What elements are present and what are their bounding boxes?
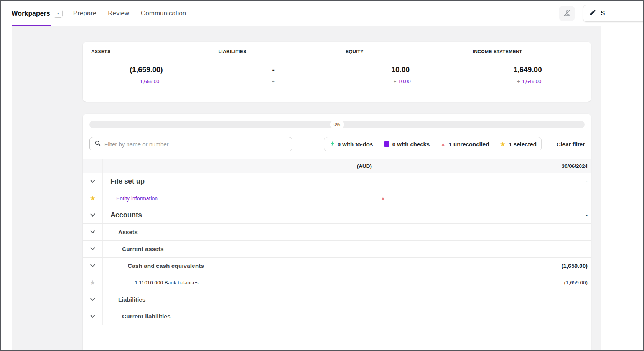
row-name: File set up [103, 177, 145, 185]
progress-percent: 0% [330, 121, 344, 128]
expand-chevron-icon[interactable] [90, 213, 95, 217]
expand-chevron-icon[interactable] [90, 230, 95, 234]
person-slash-icon [563, 9, 571, 18]
currency-header: (AUD) [357, 163, 378, 169]
summary-equity-value: 10.00 [337, 66, 464, 74]
tab-workpapers-label: Workpapers [12, 10, 50, 18]
active-tab-underline [12, 25, 51, 26]
workpapers-dropdown-button[interactable]: ▾ [54, 10, 63, 18]
summary-equity-breakdown: - +10.00 [337, 79, 464, 84]
tab-communication-label: Communication [141, 10, 186, 17]
favorite-star-icon[interactable]: ★ [90, 195, 96, 202]
tab-review[interactable]: Review [108, 1, 129, 26]
summary-assets-link[interactable]: 1,659.00 [140, 79, 160, 84]
summary-equity-prefix: - + [390, 79, 397, 84]
filter-row: 0 with to-dos 0 with checks ▲ 1 unreconc… [83, 137, 591, 151]
pencil-icon [589, 9, 596, 18]
tab-review-label: Review [108, 10, 129, 17]
summary-income-statement: INCOME STATEMENT 1,649.00 - +1,649.00 [464, 42, 591, 102]
table-row-cash-and-cash-equivalents[interactable]: Cash and cash equivalents (1,659.00) [83, 258, 591, 274]
chip-todos[interactable]: 0 with to-dos [324, 137, 379, 151]
clear-filter-button[interactable]: Clear filter [557, 137, 585, 151]
chip-selected[interactable]: ★ 1 selected [495, 137, 541, 151]
top-navigation: Workpapers ▾ Prepare Review Communicatio… [1, 1, 643, 26]
favorite-star-icon[interactable]: ★ [90, 280, 95, 286]
table-header: (AUD) 30/06/2024 [83, 159, 591, 173]
workpapers-table: (AUD) 30/06/2024 File set up - ★ Entity … [83, 159, 591, 350]
summary-liabilities: LIABILITIES - - +- [210, 42, 338, 102]
tab-workpapers[interactable]: Workpapers ▾ [12, 1, 63, 26]
chip-unreconciled[interactable]: ▲ 1 unreconciled [435, 137, 495, 151]
summary-equity: EQUITY 10.00 - +10.00 [337, 42, 464, 102]
row-value: (1,659.00) [562, 262, 588, 269]
chip-todos-label: 0 with to-dos [338, 141, 373, 148]
table-row-entity-information[interactable]: ★ Entity information ▲ [83, 190, 591, 207]
summary-liabilities-link[interactable]: - [277, 79, 278, 84]
unreconciled-triangle-icon: ▲ [380, 196, 385, 201]
summary-assets-value: (1,659.00) [83, 66, 210, 74]
summary-income-link[interactable]: 1,649.00 [522, 79, 542, 84]
star-icon: ★ [500, 141, 506, 148]
expand-chevron-icon[interactable] [90, 298, 95, 301]
table-row-accounts[interactable]: Accounts - [83, 207, 591, 224]
summary-card: ASSETS (1,659.00) - -1,659.00 LIABILITIE… [83, 42, 591, 102]
nav-tabs: Workpapers ▾ Prepare Review Communicatio… [12, 1, 198, 26]
header-date-column: 30/06/2024 [378, 159, 591, 173]
search-box[interactable] [89, 137, 292, 151]
table-row-file-set-up[interactable]: File set up - [83, 173, 591, 190]
row-value: - [586, 178, 588, 185]
progress-bar: 0% [89, 121, 585, 128]
tab-communication[interactable]: Communication [141, 1, 186, 26]
date-header: 30/06/2024 [562, 163, 588, 169]
edit-button[interactable]: S [583, 5, 644, 22]
summary-assets-prefix: - - [133, 79, 138, 84]
search-icon [95, 140, 101, 148]
search-input[interactable] [104, 141, 287, 148]
summary-income-prefix: - + [514, 79, 520, 84]
summary-assets-label: ASSETS [91, 49, 201, 54]
row-name: Cash and cash equivalents [103, 262, 204, 269]
summary-equity-link[interactable]: 10.00 [398, 79, 411, 84]
chip-checks-label: 0 with checks [392, 141, 430, 148]
edit-button-label: S [601, 10, 605, 17]
summary-income-value: 1,649.00 [464, 66, 591, 74]
row-name: Assets [103, 229, 138, 236]
summary-assets-breakdown: - -1,659.00 [83, 79, 210, 84]
chip-unreconciled-label: 1 unreconciled [449, 141, 489, 148]
row-value: (1,659.00) [564, 280, 588, 285]
chip-checks[interactable]: 0 with checks [379, 137, 435, 151]
header-main-column: (AUD) [103, 159, 378, 173]
table-row-current-liabilities[interactable]: Current liabilities [83, 308, 591, 325]
row-name: Current liabilities [103, 313, 171, 320]
row-name: 1.11010.000 Bank balances [103, 280, 198, 285]
filter-chips: 0 with to-dos 0 with checks ▲ 1 unreconc… [324, 137, 542, 151]
row-value: - [586, 212, 588, 219]
content-panel: ASSETS (1,659.00) - -1,659.00 LIABILITIE… [12, 26, 601, 350]
summary-income-label: INCOME STATEMENT [473, 49, 583, 54]
workpapers-card: 0% 0 [83, 114, 591, 350]
table-row-current-assets[interactable]: Current assets [83, 241, 591, 258]
summary-liabilities-prefix: - + [268, 79, 275, 84]
expand-chevron-icon[interactable] [90, 264, 95, 267]
summary-liabilities-label: LIABILITIES [219, 49, 329, 54]
summary-liabilities-value: - [210, 66, 337, 74]
row-link[interactable]: Entity information [103, 195, 158, 202]
table-row-bank-balances[interactable]: ★ 1.11010.000 Bank balances (1,659.00) [83, 274, 591, 291]
hide-user-button[interactable] [559, 6, 575, 21]
app-window: Workpapers ▾ Prepare Review Communicatio… [0, 0, 644, 351]
expand-chevron-icon[interactable] [90, 180, 95, 183]
tab-prepare[interactable]: Prepare [73, 1, 96, 26]
expand-chevron-icon[interactable] [90, 315, 95, 318]
table-row-liabilities[interactable]: Liabilities [83, 291, 591, 308]
summary-assets: ASSETS (1,659.00) - -1,659.00 [83, 42, 210, 102]
chip-selected-label: 1 selected [509, 141, 537, 148]
summary-liabilities-breakdown: - +- [210, 79, 337, 84]
row-name: Liabilities [103, 296, 146, 303]
triangle-icon: ▲ [441, 142, 446, 147]
expand-chevron-icon[interactable] [90, 247, 95, 251]
header-icon-column [83, 159, 103, 173]
square-icon [384, 141, 389, 147]
summary-equity-label: EQUITY [346, 49, 456, 54]
summary-income-breakdown: - +1,649.00 [464, 79, 591, 84]
table-row-assets[interactable]: Assets [83, 224, 591, 241]
